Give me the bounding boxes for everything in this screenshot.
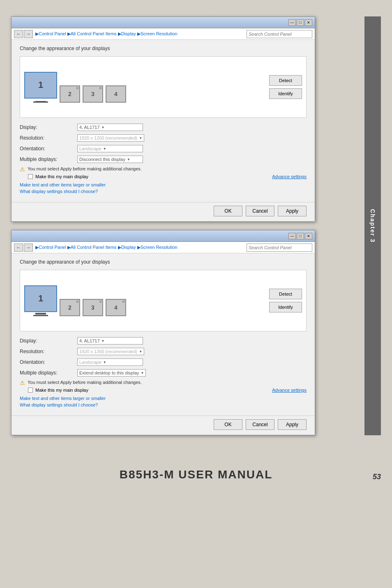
detect-button-2[interactable]: Detect <box>269 289 302 299</box>
cancel-button-1[interactable]: Cancel <box>246 206 274 216</box>
monitor-2-1[interactable]: 1 <box>24 285 57 316</box>
manual-title: B85H3-M USER MANUAL <box>120 468 272 481</box>
address-bar-1: ← → ▶Control Panel ▶All Control Panel It… <box>12 28 315 40</box>
breadcrumb-text-1[interactable]: ▶Control Panel ▶All Control Panel Items … <box>35 31 178 36</box>
display-value-2: 4. AL1717 ▼ <box>77 337 307 345</box>
display-dropdown-1[interactable]: 4. AL1717 ▼ <box>77 124 143 131</box>
ok-button-1[interactable]: OK <box>214 206 242 216</box>
restore-button-2[interactable]: □ <box>297 233 304 239</box>
link2-2[interactable]: What display settings should I choose? <box>20 402 307 407</box>
monitors-area-1: 1 2 <box>20 56 307 118</box>
monitor-2-2[interactable]: 2 <box>60 299 80 316</box>
page-number: 53 <box>373 473 381 481</box>
title-bar-2: — □ ✕ <box>12 230 315 242</box>
make-main-label-1: Make this my main display <box>35 174 88 179</box>
ok-button-2[interactable]: OK <box>214 419 242 430</box>
dialog2-content: Change the apprearance of your displays … <box>12 253 315 414</box>
resolution-dropdown-arrow-1: ▼ <box>139 136 142 140</box>
monitor-4[interactable]: 4 <box>106 85 126 103</box>
multiple-displays-dropdown-1[interactable]: Disconnect this display ▼ <box>77 156 143 163</box>
title-bar-controls-1: — □ ✕ <box>288 19 312 26</box>
multiple-displays-value-1: Disconnect this display ▼ <box>77 156 307 163</box>
monitor-1[interactable]: 1 <box>24 72 57 103</box>
resolution-dropdown-2[interactable]: 1920 x 1200 (recommended) ▼ <box>77 348 144 355</box>
warning-icon-2: ⚠ <box>20 379 25 386</box>
monitor-2-4[interactable]: 4 <box>106 299 126 316</box>
monitor-box-4[interactable]: 4 <box>106 85 126 103</box>
breadcrumb-text-2[interactable]: ▶Control Panel ▶All Control Panel Items … <box>35 245 178 250</box>
warning-icon-1: ⚠ <box>20 166 25 172</box>
identify-button-2[interactable]: Identify <box>269 302 302 312</box>
search-input-1[interactable] <box>247 30 312 38</box>
multiple-displays-row-1: Multiple displays: Disconnect this displ… <box>20 156 307 163</box>
display-dropdown-arrow-2: ▼ <box>101 339 105 343</box>
monitor-3[interactable]: 3 <box>83 85 103 103</box>
apply-button-1[interactable]: Apply <box>278 206 307 216</box>
orientation-dropdown-arrow-2: ▼ <box>103 361 106 364</box>
advance-settings-1[interactable]: Advance settings <box>272 174 307 179</box>
cancel-button-2[interactable]: Cancel <box>246 419 274 430</box>
apply-button-2[interactable]: Apply <box>278 419 307 430</box>
make-main-checkbox-1[interactable] <box>28 174 33 179</box>
nav-arrows-2: ← → <box>14 243 33 252</box>
monitor-box-1[interactable]: 1 <box>24 72 57 99</box>
monitor-stand-2-1 <box>35 313 46 315</box>
link1-1[interactable]: Make text and other items larger or smal… <box>20 182 307 187</box>
orientation-value-1: Landscape ▼ <box>77 145 307 152</box>
back-button-2[interactable]: ← <box>14 243 23 252</box>
orientation-dropdown-arrow-1: ▼ <box>103 147 106 151</box>
forward-button-1[interactable]: → <box>24 30 33 38</box>
multiple-displays-dropdown-arrow-2: ▼ <box>141 371 144 375</box>
display-dropdown-2[interactable]: 4. AL1717 ▼ <box>77 337 143 345</box>
monitor-box-3[interactable]: 3 <box>83 85 103 103</box>
page-wrapper: — □ ✕ ← → ▶Control Panel ▶All Control Pa… <box>0 8 392 489</box>
multiple-displays-label-2: Multiple displays: <box>20 370 77 376</box>
orientation-value-2: Landscape ▼ <box>77 358 307 366</box>
resolution-label-1: Resolution: <box>20 135 77 141</box>
back-button-1[interactable]: ← <box>14 30 23 38</box>
advance-settings-2[interactable]: Advance settings <box>272 388 307 393</box>
monitor-box-2-1[interactable]: 1 <box>24 285 57 312</box>
minimize-button-1[interactable]: — <box>288 19 296 26</box>
minimize-button-2[interactable]: — <box>288 233 296 239</box>
detect-identify-2: Detect Identify <box>269 289 302 312</box>
display-row-1: Display: 4. AL1717 ▼ <box>20 124 307 131</box>
restore-button-1[interactable]: □ <box>297 19 304 26</box>
orientation-dropdown-1[interactable]: Landscape ▼ <box>77 145 143 152</box>
monitor-box-2-2[interactable]: 2 <box>60 299 80 316</box>
multiple-displays-dropdown-2[interactable]: Extend desktop to this display ▼ <box>77 369 146 377</box>
monitor-box-2-3[interactable]: 3 <box>83 299 103 316</box>
display-value-1: 4. AL1717 ▼ <box>77 124 307 131</box>
identify-button-1[interactable]: Identify <box>269 88 302 99</box>
monitor-2[interactable]: 2 <box>60 85 80 103</box>
link1-2[interactable]: Make text and other items larger or smal… <box>20 396 307 401</box>
link2-1[interactable]: What display settings should I choose? <box>20 189 307 194</box>
dialog2-footer: OK Cancel Apply <box>12 416 315 435</box>
dialog1: — □ ✕ ← → ▶Control Panel ▶All Control Pa… <box>11 16 315 222</box>
detect-button-1[interactable]: Detect <box>269 75 302 86</box>
resolution-value-2: 1920 x 1200 (recommended) ▼ <box>77 348 307 355</box>
warning-text-2: You must select Apply before making addi… <box>28 380 142 385</box>
resolution-dropdown-1[interactable]: 1920 x 1200 (recommended) ▼ <box>77 134 144 142</box>
close-button-1[interactable]: ✕ <box>305 19 312 26</box>
multiple-displays-value-2: Extend desktop to this display ▼ <box>77 369 307 377</box>
orientation-row-1: Orientation: Landscape ▼ <box>20 145 307 152</box>
close-button-2[interactable]: ✕ <box>305 233 312 239</box>
make-main-checkbox-2[interactable] <box>28 388 33 393</box>
monitor-2-3[interactable]: 3 <box>83 299 103 316</box>
monitor-box-2-4[interactable]: 4 <box>106 299 126 316</box>
monitor-stand-1 <box>35 101 46 103</box>
orientation-label-1: Orientation: <box>20 146 77 152</box>
display-row-2: Display: 4. AL1717 ▼ <box>20 337 307 345</box>
forward-button-2[interactable]: → <box>24 243 33 252</box>
orientation-label-2: Orientation: <box>20 359 77 365</box>
main-layout: — □ ✕ ← → ▶Control Panel ▶All Control Pa… <box>11 16 381 435</box>
orientation-dropdown-2[interactable]: Landscape ▼ <box>77 358 143 366</box>
dialog1-footer: OK Cancel Apply <box>12 202 315 221</box>
warning-text-1: You must select Apply before making addi… <box>28 166 142 171</box>
nav-arrows-1: ← → <box>14 30 33 38</box>
monitor-box-2[interactable]: 2 <box>60 85 80 103</box>
search-input-2[interactable] <box>247 243 312 252</box>
main-display-row-1: Make this my main display Advance settin… <box>28 174 307 179</box>
detect-identify-1: Detect Identify <box>269 75 302 99</box>
